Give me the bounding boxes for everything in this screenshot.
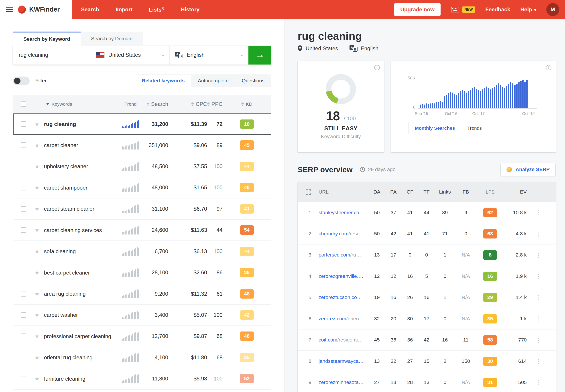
col-cpc[interactable]: CPC bbox=[196, 101, 207, 107]
nav-lists[interactable]: Lists0 bbox=[149, 6, 164, 13]
star-icon[interactable] bbox=[34, 333, 40, 339]
row-checkbox[interactable] bbox=[21, 270, 26, 275]
serp-url-link[interactable]: zerorez.com/orien… bbox=[313, 316, 368, 322]
row-checkbox[interactable] bbox=[21, 206, 26, 211]
row-checkbox[interactable] bbox=[21, 142, 26, 148]
kd-badge[interactable]: 54 bbox=[240, 225, 254, 235]
nav-feedback[interactable]: Feedback bbox=[485, 6, 510, 13]
kd-badge[interactable]: 44 bbox=[240, 162, 254, 171]
row-checkbox[interactable] bbox=[21, 355, 26, 360]
row-checkbox[interactable] bbox=[21, 185, 26, 190]
info-icon[interactable] bbox=[374, 65, 379, 70]
keyword-row[interactable]: carpet washer3,400$5.0710042 bbox=[13, 305, 271, 326]
monthly-searches-button[interactable]: Monthly Searches bbox=[408, 122, 461, 135]
select-all-checkbox[interactable] bbox=[21, 101, 26, 107]
keyword-row[interactable]: upholstery cleaner48,500$7.5510044 bbox=[13, 156, 271, 177]
row-menu-icon[interactable] bbox=[527, 315, 551, 322]
sort-icon[interactable] bbox=[191, 102, 194, 106]
kd-badge[interactable]: 35 bbox=[240, 353, 254, 362]
row-menu-icon[interactable] bbox=[527, 358, 551, 365]
serp-url-link[interactable]: zerorezgreenville.… bbox=[313, 273, 368, 279]
find-keywords-button[interactable] bbox=[248, 46, 271, 64]
star-icon[interactable] bbox=[34, 269, 40, 276]
keyword-row[interactable]: best carpet cleaner28,100$2.608636 bbox=[13, 262, 271, 283]
language-select[interactable]: English bbox=[170, 46, 248, 64]
keyword-row[interactable]: carpet cleaner351,000$9.068945 bbox=[13, 135, 271, 156]
keyword-row[interactable]: rug cleaning31,200$11.397218 bbox=[13, 113, 271, 135]
tab-questions[interactable]: Questions bbox=[235, 75, 271, 87]
nav-import[interactable]: Import bbox=[116, 6, 132, 13]
sort-icon[interactable] bbox=[241, 102, 244, 106]
star-icon[interactable] bbox=[34, 354, 40, 361]
country-select[interactable]: United States bbox=[91, 46, 170, 64]
keyword-row[interactable]: carpet cleaning services24,600$11.634454 bbox=[13, 220, 271, 241]
menu-icon[interactable] bbox=[6, 7, 13, 12]
row-checkbox[interactable] bbox=[21, 334, 26, 339]
kd-badge[interactable]: 41 bbox=[240, 204, 254, 214]
kd-badge[interactable]: 40 bbox=[240, 183, 254, 192]
sort-icon[interactable] bbox=[207, 102, 210, 106]
keyword-row[interactable]: carpet shampooer48,000$1.6510040 bbox=[13, 177, 271, 198]
nav-help[interactable]: Help bbox=[520, 6, 536, 13]
kd-badge[interactable]: 45 bbox=[240, 140, 254, 150]
row-menu-icon[interactable] bbox=[527, 230, 551, 238]
avatar[interactable]: M bbox=[546, 3, 559, 16]
serp-url-link[interactable]: stanleysteemer.co… bbox=[313, 210, 368, 216]
serp-url-link[interactable]: coit.com/residenti… bbox=[313, 337, 368, 343]
kd-badge[interactable]: 18 bbox=[240, 119, 254, 129]
tab-autocomplete[interactable]: Autocomplete bbox=[191, 75, 235, 87]
analyze-serp-button[interactable]: Analyze SERP bbox=[500, 163, 556, 176]
row-menu-icon[interactable] bbox=[527, 209, 551, 216]
trends-button[interactable]: Trends bbox=[461, 122, 488, 135]
keyword-row[interactable]: area rug cleaning9,200$11.326148 bbox=[13, 283, 271, 304]
kd-badge[interactable]: 52 bbox=[240, 374, 254, 383]
serp-url-link[interactable]: porterscc.com/ru… bbox=[313, 252, 368, 258]
star-icon[interactable] bbox=[34, 206, 40, 212]
star-icon[interactable] bbox=[34, 291, 40, 297]
serp-url-link[interactable]: zerorezminnesota… bbox=[313, 379, 368, 385]
brand-logo[interactable]: KWFinder bbox=[18, 6, 60, 14]
star-icon[interactable] bbox=[34, 312, 40, 318]
tab-search-by-keyword[interactable]: Search by Keyword bbox=[13, 32, 81, 46]
row-checkbox[interactable] bbox=[21, 376, 26, 381]
serp-url-link[interactable]: zeroreztucson.co… bbox=[313, 294, 368, 300]
row-checkbox[interactable] bbox=[21, 227, 26, 233]
col-ppc[interactable]: PPC bbox=[212, 101, 223, 107]
row-checkbox[interactable] bbox=[21, 312, 26, 318]
expand-icon[interactable] bbox=[306, 189, 311, 195]
tab-related-keywords[interactable]: Related keywords bbox=[135, 75, 191, 87]
kd-badge[interactable]: 36 bbox=[240, 268, 254, 277]
info-icon[interactable] bbox=[546, 65, 551, 70]
row-menu-icon[interactable] bbox=[527, 379, 551, 386]
keyword-row[interactable]: furniture cleaning11,300$5.9810052 bbox=[13, 368, 271, 389]
keyword-row[interactable]: professional carpet cleaning12,700$9.876… bbox=[13, 326, 271, 347]
star-icon[interactable] bbox=[34, 248, 40, 255]
star-icon[interactable] bbox=[34, 142, 40, 149]
star-icon[interactable] bbox=[34, 375, 40, 382]
kd-badge[interactable]: 48 bbox=[240, 332, 254, 341]
nav-history[interactable]: History bbox=[181, 6, 200, 13]
star-icon[interactable] bbox=[34, 227, 40, 233]
row-checkbox[interactable] bbox=[21, 164, 26, 169]
upgrade-now-button[interactable]: Upgrade now bbox=[394, 3, 441, 16]
col-kd[interactable]: KD bbox=[246, 101, 252, 107]
kd-badge[interactable]: 44 bbox=[240, 247, 254, 256]
tab-search-by-domain[interactable]: Search by Domain bbox=[81, 32, 143, 46]
row-menu-icon[interactable] bbox=[527, 273, 551, 280]
keyword-input[interactable] bbox=[13, 46, 91, 64]
keyword-row[interactable]: carpet steam cleaner31,100$6.709741 bbox=[13, 198, 271, 220]
nav-search[interactable]: Search bbox=[81, 6, 99, 13]
row-checkbox[interactable] bbox=[21, 121, 26, 126]
row-checkbox[interactable] bbox=[21, 291, 26, 296]
sort-desc-icon[interactable] bbox=[46, 103, 49, 105]
row-menu-icon[interactable] bbox=[527, 294, 551, 301]
col-search[interactable]: Search bbox=[151, 101, 168, 107]
col-keywords[interactable]: Keywords bbox=[51, 101, 72, 107]
row-menu-icon[interactable] bbox=[527, 252, 551, 259]
row-menu-icon[interactable] bbox=[527, 336, 551, 344]
row-checkbox[interactable] bbox=[21, 249, 26, 254]
star-icon[interactable] bbox=[34, 184, 40, 191]
sort-icon[interactable] bbox=[147, 102, 149, 106]
star-icon[interactable] bbox=[34, 163, 40, 170]
filter-toggle[interactable] bbox=[13, 77, 29, 85]
